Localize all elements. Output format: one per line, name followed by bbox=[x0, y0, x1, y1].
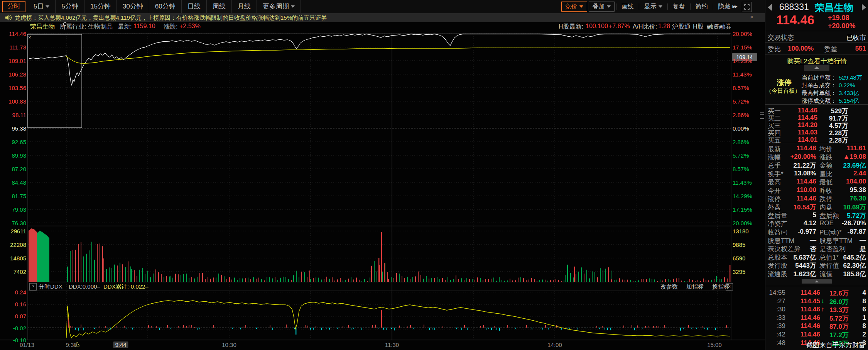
stat-value: 645.2亿 bbox=[830, 253, 866, 262]
weibi-value: 100.00% bbox=[788, 45, 814, 53]
stat-value: 62.30亿 bbox=[830, 261, 866, 270]
tick-count: 8 bbox=[853, 297, 866, 305]
collapse-ticks-tab[interactable] bbox=[802, 279, 832, 284]
stat-value: +20.00% bbox=[781, 153, 816, 161]
trade-status-label: 交易状态 bbox=[768, 33, 794, 42]
percent-axis-label: 5.72% bbox=[733, 152, 763, 159]
ddx-cumulative-value: DDX累计:-0.022– bbox=[103, 282, 149, 291]
ddx-action-2[interactable]: 加指标 bbox=[686, 283, 704, 290]
close-auction-icon[interactable]: × bbox=[28, 35, 31, 40]
price-axis-label: 84.48 bbox=[0, 179, 26, 186]
orderbook-level-label: 买五 bbox=[768, 136, 781, 145]
price-axis-label: 111.73 bbox=[0, 44, 26, 51]
limit-up-title: 涨停 bbox=[777, 78, 792, 88]
tick-volume: 17.2万 bbox=[816, 331, 849, 340]
stat-value: 23.69亿 bbox=[830, 161, 866, 170]
stat-label: 最高 bbox=[768, 178, 781, 187]
price-axis-label: 98.11 bbox=[0, 112, 26, 118]
chevron-up-icon bbox=[815, 280, 819, 282]
price-axis-label: 106.28 bbox=[0, 71, 26, 78]
percent-axis-label: 8.57% bbox=[733, 166, 763, 172]
event-pin-icon bbox=[63, 22, 66, 30]
stat-value: 1.623亿 bbox=[781, 270, 816, 279]
intraday-chart-canvas[interactable] bbox=[0, 0, 765, 350]
price-axis-label: 92.65 bbox=[0, 139, 26, 145]
ddx-axis-label: -0.02 bbox=[0, 325, 26, 331]
ddx-value: DDX:0.000– bbox=[69, 282, 100, 291]
stat-value: 5.637亿 bbox=[781, 253, 816, 262]
stat-value: 114.46 bbox=[781, 195, 816, 202]
price-change: +19.08 bbox=[828, 14, 849, 22]
ddx-axis-label: 0.24 bbox=[0, 289, 26, 296]
price-axis-label: 109.01 bbox=[0, 58, 26, 64]
limit-stat-value: 529.48万 bbox=[839, 74, 862, 82]
stat-label: 涨幅 bbox=[768, 153, 781, 162]
tick-volume: 26.0万 bbox=[816, 297, 849, 306]
next-stock-icon[interactable] bbox=[862, 4, 866, 11]
limit-up-subtitle: （今日首板） bbox=[766, 87, 800, 95]
orderbook-price: 114.20 bbox=[787, 121, 817, 129]
stat-value: 是 bbox=[830, 245, 866, 253]
stat-label: 今开 bbox=[768, 186, 781, 195]
help-icon[interactable]: ? bbox=[29, 283, 37, 291]
limit-stat-label: 涨停成交额： bbox=[802, 97, 836, 105]
limit-stat-value: 3.433亿 bbox=[839, 90, 859, 97]
tick-count: 2 bbox=[853, 331, 866, 338]
price-axis-label: 103.56 bbox=[0, 85, 26, 91]
ddx-axis-label: 0.07 bbox=[0, 313, 26, 319]
tick-volume: 87.0万 bbox=[816, 322, 849, 331]
stat-value: 185.8亿 bbox=[830, 270, 866, 279]
volume-axis-label: 6590 bbox=[733, 255, 763, 262]
ddx-action-1[interactable]: 改参数 bbox=[660, 283, 678, 290]
watermark: 截图来自于东方财富 bbox=[806, 341, 865, 350]
time-axis-label: 14:00 bbox=[547, 342, 562, 348]
time-axis-label: 9:30 bbox=[66, 342, 77, 348]
volume-axis-label: 13180 bbox=[733, 228, 763, 234]
tick-count: 6 bbox=[853, 306, 866, 313]
price-axis-label: 100.83 bbox=[0, 98, 26, 105]
percent-axis-label: 0.00% bbox=[733, 125, 763, 132]
orderbook-price: 114.46 bbox=[787, 107, 817, 114]
time-axis-label: 10:30 bbox=[222, 342, 236, 348]
tick-time: 14:55 bbox=[766, 289, 785, 297]
stat-value: 21.22万 bbox=[781, 161, 816, 170]
app-root: 分时5日5分钟15分钟30分钟60分钟日线周线月线更多周期 竞价叠加画线显示复盘… bbox=[0, 0, 868, 350]
volume-axis-label: 7402 bbox=[0, 268, 26, 275]
percent-axis-label: 11.43% bbox=[733, 179, 763, 186]
tick-volume: 12.6万 bbox=[816, 289, 849, 298]
stat-value: -26.70% bbox=[830, 219, 866, 227]
stock-name: 荣昌生物 bbox=[815, 1, 853, 14]
stat-value: 104.00 bbox=[830, 178, 866, 185]
limit-stat-label: 封单占成交： bbox=[802, 82, 836, 89]
collapse-top-tab[interactable] bbox=[804, 65, 829, 71]
percent-axis-label: 2.86% bbox=[733, 112, 763, 118]
stat-value: — bbox=[781, 236, 816, 244]
stat-label: 涨停 bbox=[768, 195, 781, 204]
price-axis-label: 81.75 bbox=[0, 193, 26, 199]
stat-label: 外盘 bbox=[768, 203, 781, 212]
stat-value: 110.00 bbox=[781, 186, 816, 194]
quote-panel: 688331 荣昌生物 114.46 +19.08 +20.00% 交易状态 已… bbox=[765, 0, 868, 350]
stat-value: 114.46 bbox=[781, 178, 816, 185]
orderbook-volume: 2.28万 bbox=[817, 136, 848, 145]
percent-axis-label: 5.72% bbox=[733, 98, 763, 105]
tick-count: 8 bbox=[853, 322, 866, 330]
weicha-value: 551 bbox=[855, 45, 866, 53]
stat-value: 10.54万 bbox=[781, 203, 816, 212]
orderbook-price: 114.01 bbox=[787, 136, 817, 144]
stat-value: 2.44 bbox=[830, 170, 866, 177]
weibi-label: 委比 bbox=[768, 45, 781, 54]
prev-stock-icon[interactable] bbox=[768, 4, 772, 11]
percent-axis-label: 11.43% bbox=[733, 71, 763, 78]
tick-count: 4 bbox=[853, 289, 866, 297]
stat-value: — bbox=[830, 236, 866, 244]
percent-axis-label: 17.15% bbox=[733, 206, 763, 213]
time-axis-label: 15:00 bbox=[707, 342, 722, 348]
indicator-close-icon[interactable]: × bbox=[726, 283, 733, 291]
ddx-title[interactable]: 分时DDX bbox=[39, 282, 62, 291]
price-axis-label: 87.20 bbox=[0, 166, 26, 172]
price-axis-label: 76.30 bbox=[0, 220, 26, 226]
stat-value: 否 bbox=[781, 245, 816, 253]
orderbook-price: 114.03 bbox=[787, 129, 817, 136]
time-axis-label: 9:44 bbox=[113, 342, 128, 348]
